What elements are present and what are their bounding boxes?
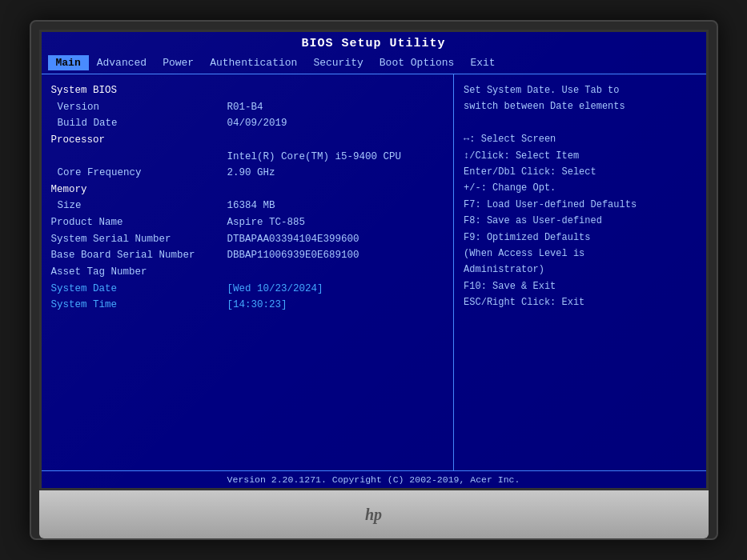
version-value: R01-B4 [227, 99, 263, 116]
right-panel: Set System Date. Use Tab to switch betwe… [453, 74, 705, 470]
menu-item-power[interactable]: Power [155, 55, 202, 70]
product-name-label: Product Name [51, 214, 227, 231]
key-f10: F10: Save & Exit [464, 278, 696, 294]
version-row: Version R01-B4 [51, 99, 444, 116]
processor-label [51, 149, 227, 166]
system-time-row[interactable]: System Time [14:30:23] [51, 297, 444, 314]
product-name-row: Product Name Aspire TC-885 [51, 214, 444, 231]
menu-bar: Main Advanced Power Authentication Secur… [42, 54, 706, 74]
key-administrator: Administrator) [464, 262, 696, 278]
key-access-level: (When Access Level is [464, 246, 696, 262]
title-text: BIOS Setup Utility [301, 37, 445, 50]
size-label: Size [51, 198, 227, 214]
system-date-label: System Date [51, 281, 227, 298]
hp-logo: hp [365, 506, 382, 524]
footer-text: Version 2.20.1271. Copyright (C) 2002-20… [227, 474, 520, 485]
processor-row: Intel(R) Core(TM) i5-9400 CPU [51, 149, 444, 166]
content-area: System BIOS Version R01-B4 Build Date 04… [42, 74, 706, 470]
menu-item-authentication[interactable]: Authentication [202, 55, 305, 70]
base-board-value: DBBAP11006939E0E689100 [227, 247, 359, 264]
system-date-value: [Wed 10/23/2024] [227, 281, 323, 298]
build-date-row: Build Date 04/09/2019 [51, 115, 444, 132]
menu-item-main[interactable]: Main [48, 55, 89, 70]
key-f7: F7: Load User-defined Defaults [464, 197, 696, 213]
key-change-opt: +/-: Change Opt. [464, 180, 696, 196]
build-date-value: 04/09/2019 [227, 115, 287, 132]
system-bios-header: System BIOS [51, 82, 444, 99]
left-panel: System BIOS Version R01-B4 Build Date 04… [42, 74, 454, 470]
build-date-label: Build Date [51, 115, 227, 132]
product-name-value: Aspire TC-885 [227, 214, 306, 231]
menu-item-advanced[interactable]: Advanced [89, 55, 155, 70]
bios-screen: BIOS Setup Utility Main Advanced Power A… [39, 30, 709, 490]
footer-bar: Version 2.20.1271. Copyright (C) 2002-20… [42, 470, 706, 488]
version-label: Version [51, 99, 227, 116]
memory-header: Memory [51, 182, 444, 198]
size-value: 16384 MB [227, 198, 275, 214]
system-time-label: System Time [51, 297, 227, 314]
key-f9: F9: Optimized Defaults [464, 230, 696, 246]
serial-value: DTBAPAA03394104E399600 [227, 231, 359, 248]
monitor: BIOS Setup Utility Main Advanced Power A… [30, 20, 718, 540]
system-time-value: [14:30:23] [227, 297, 287, 314]
serial-label: System Serial Number [51, 231, 227, 248]
asset-tag-row: Asset Tag Number [51, 264, 444, 281]
key-f8: F8: Save as User-defined [464, 213, 696, 229]
key-select-screen: ↔: Select Screen [464, 131, 696, 147]
base-board-row: Base Board Serial Number DBBAP11006939E0… [51, 247, 444, 264]
key-select-item: ↕/Click: Select Item [464, 148, 696, 164]
base-board-label: Base Board Serial Number [51, 247, 227, 264]
core-freq-value: 2.90 GHz [227, 165, 275, 182]
asset-tag-label: Asset Tag Number [51, 264, 227, 281]
processor-value: Intel(R) Core(TM) i5-9400 CPU [227, 149, 402, 166]
bios-title: BIOS Setup Utility [42, 32, 706, 54]
serial-row: System Serial Number DTBAPAA03394104E399… [51, 231, 444, 248]
core-freq-row: Core Frequency 2.90 GHz [51, 165, 444, 182]
menu-item-exit[interactable]: Exit [462, 55, 503, 70]
size-row: Size 16384 MB [51, 198, 444, 214]
key-esc: ESC/Right Click: Exit [464, 294, 696, 310]
core-freq-label: Core Frequency [51, 165, 227, 182]
menu-item-security[interactable]: Security [305, 55, 371, 70]
help-text: Set System Date. Use Tab to switch betwe… [464, 82, 696, 115]
system-date-row[interactable]: System Date [Wed 10/23/2024] [51, 281, 444, 298]
key-select: Enter/Dbl Click: Select [464, 164, 696, 180]
processor-header: Processor [51, 132, 444, 149]
monitor-bezel: hp [39, 490, 709, 538]
menu-item-boot-options[interactable]: Boot Options [371, 55, 463, 70]
